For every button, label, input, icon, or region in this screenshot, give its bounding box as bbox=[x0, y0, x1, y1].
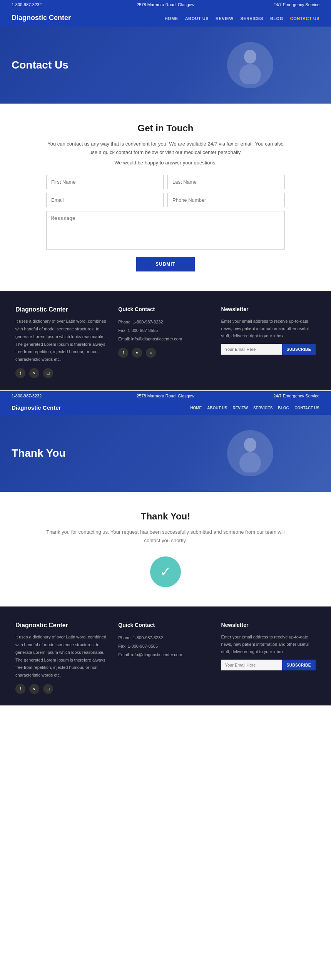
footer-social-2: f 𝐱 ○ bbox=[118, 348, 209, 358]
contact-desc: You can contact us any way that is conve… bbox=[46, 140, 285, 157]
contact-row bbox=[46, 193, 285, 207]
nav2-review[interactable]: REVIEW bbox=[232, 406, 247, 410]
facebook-icon[interactable]: f bbox=[15, 368, 25, 378]
thankyou-hero: Thank You bbox=[0, 415, 331, 492]
topbar2-phone: 1-800-987-3232 bbox=[12, 394, 114, 398]
nav2-contact[interactable]: CONTACT US bbox=[294, 406, 319, 410]
footer-email: Email: info@diagnosticcenter.com bbox=[118, 335, 209, 343]
top-bar: 1-800-987-3232 2578 Marmora Road, Glasgo… bbox=[0, 0, 331, 9]
facebook-icon-3[interactable]: f bbox=[15, 684, 25, 694]
check-circle: ✓ bbox=[150, 556, 181, 587]
footer-newsletter-title: Newsletter bbox=[221, 306, 316, 312]
topbar-phone: 1-800-987-3232 bbox=[12, 2, 114, 7]
footer2-about-col: Diagnostic Center It uses a dictionary o… bbox=[15, 622, 107, 694]
svg-point-2 bbox=[244, 438, 256, 452]
footer2-contact-col: Quick Contact Phone: 1-800-987-3232 Fax:… bbox=[118, 622, 209, 694]
footer2-newsletter-col: Newsletter Enter your email address to r… bbox=[221, 622, 316, 694]
doctor-figure-2 bbox=[216, 415, 285, 492]
thankyou-title: Thank You! bbox=[46, 511, 285, 522]
nav-home[interactable]: HOME bbox=[165, 16, 178, 21]
footer-phone: Phone: 1-800-987-3232 bbox=[118, 318, 209, 326]
nav2-blog[interactable]: BLOG bbox=[278, 406, 289, 410]
name-row bbox=[46, 175, 285, 189]
svg-point-1 bbox=[239, 64, 261, 84]
submit-button[interactable]: SUBMIT bbox=[136, 257, 195, 271]
footer-about-col: Diagnostic Center It uses a dictionary o… bbox=[15, 306, 107, 378]
footer-newsletter-col: Newsletter Enter your email address to r… bbox=[221, 306, 316, 378]
contact-title: Get in Touch bbox=[46, 123, 285, 134]
newsletter-form-2: SUBSCRIBE bbox=[221, 660, 316, 670]
footer2-social: f 𝐱 □ bbox=[15, 684, 107, 694]
phone-input[interactable] bbox=[167, 193, 285, 207]
contact-sub: We would be happy to answer your questio… bbox=[46, 160, 285, 166]
svg-point-3 bbox=[239, 452, 261, 472]
navbar: Diagnostic Center HOME ABOUT US REVIEW S… bbox=[0, 9, 331, 27]
newsletter-form: SUBSCRIBE bbox=[221, 344, 316, 355]
nav-services[interactable]: SERVICES bbox=[240, 16, 263, 21]
nav-about[interactable]: ABOUT US bbox=[185, 16, 209, 21]
svg-point-0 bbox=[244, 50, 256, 64]
navbar-2: Diagnostic Center HOME ABOUT US REVIEW S… bbox=[0, 400, 331, 415]
navbar-brand: Diagnostic Center bbox=[12, 14, 71, 22]
nav2-home[interactable]: HOME bbox=[190, 406, 202, 410]
nav-contact[interactable]: CONTACT US bbox=[290, 16, 319, 21]
twitter-icon-3[interactable]: 𝐱 bbox=[29, 684, 39, 694]
nav-blog[interactable]: BLOG bbox=[270, 16, 283, 21]
newsletter-subscribe-btn-2[interactable]: SUBSCRIBE bbox=[282, 660, 316, 670]
footer2-contact-title: Quick Contact bbox=[118, 622, 209, 628]
footer-newsletter-desc: Enter your email address to receive up-t… bbox=[221, 318, 316, 339]
footer2-newsletter-title: Newsletter bbox=[221, 622, 316, 628]
footer-section-2: Diagnostic Center It uses a dictionary o… bbox=[0, 606, 331, 705]
top-bar-2: 1-800-987-3232 2578 Marmora Road, Glasgo… bbox=[0, 391, 331, 400]
check-icon: ✓ bbox=[160, 565, 171, 579]
footer-contact-info: Phone: 1-800-987-3232 Fax: 1-800-987-858… bbox=[118, 318, 209, 343]
instagram-icon-2[interactable]: ○ bbox=[146, 348, 156, 358]
newsletter-subscribe-btn[interactable]: SUBSCRIBE bbox=[282, 344, 316, 355]
nav-review[interactable]: REVIEW bbox=[216, 16, 233, 21]
footer2-phone: Phone: 1-800-987-3232 bbox=[118, 633, 209, 642]
message-textarea[interactable] bbox=[46, 211, 285, 250]
doctor-circle bbox=[227, 42, 273, 88]
hero-section: Contact Us bbox=[0, 27, 331, 104]
footer2-about-text: It uses a dictionary of over Latin word,… bbox=[15, 633, 107, 679]
footer-brand: Diagnostic Center bbox=[15, 306, 107, 313]
email-input[interactable] bbox=[46, 193, 164, 207]
nav-links-2: HOME ABOUT US REVIEW SERVICES BLOG CONTA… bbox=[190, 404, 319, 410]
navbar2-brand: Diagnostic Center bbox=[12, 404, 61, 411]
footer2-contact-info: Phone: 1-800-987-3232 Fax: 1-800-987-858… bbox=[118, 633, 209, 659]
doctor-circle-2 bbox=[227, 430, 273, 476]
footer2-fax: Fax: 1-800-987-8585 bbox=[118, 642, 209, 650]
footer2-newsletter-desc: Enter your email address to receive up-t… bbox=[221, 633, 316, 655]
footer2-email: Email: info@diagnosticcenter.com bbox=[118, 650, 209, 659]
newsletter-input-2[interactable] bbox=[221, 660, 282, 670]
contact-form: SUBMIT bbox=[46, 175, 285, 271]
topbar-address: 2578 Marmora Road, Glasgow bbox=[114, 2, 217, 7]
twitter-icon[interactable]: 𝐱 bbox=[29, 368, 39, 378]
newsletter-input[interactable] bbox=[221, 344, 282, 355]
thankyou-section: Thank You! Thank you for contacting us. … bbox=[0, 492, 331, 606]
instagram-icon-3[interactable]: □ bbox=[43, 684, 53, 694]
thankyou-hero-title: Thank You bbox=[12, 447, 66, 459]
nav-links: HOME ABOUT US REVIEW SERVICES BLOG CONTA… bbox=[165, 15, 319, 21]
thankyou-desc: Thank you for contacting us. Your reques… bbox=[46, 528, 285, 545]
twitter-icon-2[interactable]: 𝐱 bbox=[132, 348, 142, 358]
hero-title: Contact Us bbox=[12, 59, 69, 71]
footer-contact-title: Quick Contact bbox=[118, 306, 209, 312]
nav2-about[interactable]: ABOUT US bbox=[207, 406, 227, 410]
facebook-icon-2[interactable]: f bbox=[118, 348, 128, 358]
footer-social: f 𝐱 □ bbox=[15, 368, 107, 378]
footer-contact-col: Quick Contact Phone: 1-800-987-3232 Fax:… bbox=[118, 306, 209, 378]
topbar2-emergency: 24/7 Emergency Service bbox=[217, 394, 319, 398]
footer2-brand: Diagnostic Center bbox=[15, 622, 107, 629]
footer-fax: Fax: 1-800-987-8585 bbox=[118, 326, 209, 335]
contact-section: Get in Touch You can contact us any way … bbox=[0, 104, 331, 291]
topbar2-address: 2578 Marmora Road, Glasgow bbox=[114, 394, 217, 398]
footer-section: Diagnostic Center It uses a dictionary o… bbox=[0, 291, 331, 390]
doctor-figure bbox=[216, 27, 285, 104]
last-name-input[interactable] bbox=[167, 175, 285, 189]
instagram-icon[interactable]: □ bbox=[43, 368, 53, 378]
footer-about-text: It uses a dictionary of over Latin word,… bbox=[15, 318, 107, 364]
nav2-services[interactable]: SERVICES bbox=[253, 406, 272, 410]
topbar-emergency: 24/7 Emergency Service bbox=[217, 2, 319, 7]
first-name-input[interactable] bbox=[46, 175, 164, 189]
